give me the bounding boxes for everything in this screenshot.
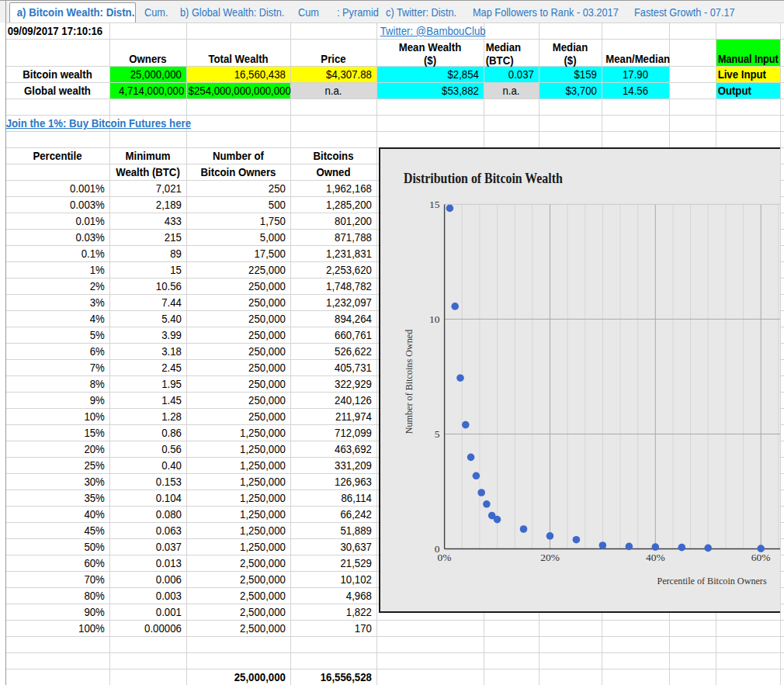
svg-text:Distribution of Bitcoin Wealth: Distribution of Bitcoin Wealth	[404, 171, 563, 186]
svg-text:0%: 0%	[438, 552, 452, 563]
svg-text:60%: 60%	[751, 552, 771, 563]
svg-text:40%: 40%	[646, 552, 665, 563]
svg-text:10: 10	[429, 313, 440, 325]
svg-text:15: 15	[429, 199, 440, 210]
svg-text:5: 5	[435, 428, 440, 440]
svg-text:Number of Bitcoins Owned: Number of Bitcoins Owned	[403, 329, 415, 434]
svg-text:Percentile of Bitcoin Owners: Percentile of Bitcoin Owners	[657, 575, 766, 586]
svg-text:20%: 20%	[540, 552, 560, 563]
